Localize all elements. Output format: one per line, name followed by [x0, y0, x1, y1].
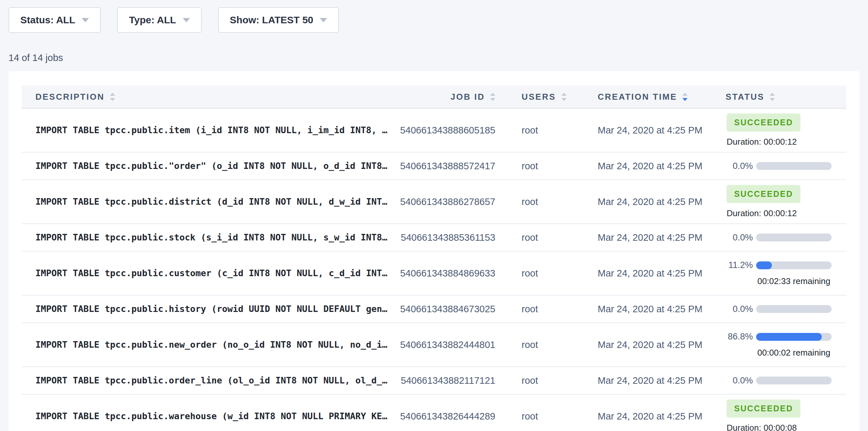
table-row[interactable]: IMPORT TABLE tpcc.public.new_order (no_o…: [22, 323, 846, 367]
job-description[interactable]: IMPORT TABLE tpcc.public.new_order (no_o…: [22, 323, 397, 367]
job-description[interactable]: IMPORT TABLE tpcc.public.stock (s_i_id I…: [22, 224, 397, 251]
table-row[interactable]: IMPORT TABLE tpcc.public.warehouse (w_id…: [22, 395, 846, 431]
progress-line: 11.2%: [717, 260, 832, 270]
job-id: 540661343826444289: [397, 411, 495, 422]
job-status-cell: SUCCEEDEDDuration: 00:00:12: [717, 185, 846, 218]
job-description[interactable]: IMPORT TABLE tpcc.public.warehouse (w_id…: [22, 394, 397, 431]
job-creation-time: Mar 24, 2020 at 4:25 PM: [592, 339, 717, 350]
jobs-table: DESCRIPTION JOB ID USERS CREATION TIME S…: [22, 86, 846, 431]
chevron-down-icon: [183, 18, 190, 22]
progress-percent: 11.2%: [717, 260, 753, 270]
job-creation-time: Mar 24, 2020 at 4:25 PM: [592, 196, 717, 207]
jobs-count-summary: 14 of 14 jobs: [0, 33, 868, 63]
job-user: root: [495, 375, 592, 386]
job-id: 540661343885361153: [397, 232, 495, 243]
status-box: SUCCEEDEDDuration: 00:00:12: [717, 185, 800, 218]
table-header-row: DESCRIPTION JOB ID USERS CREATION TIME S…: [22, 86, 846, 109]
status-box: SUCCEEDEDDuration: 00:00:08: [717, 400, 800, 431]
job-description[interactable]: IMPORT TABLE tpcc.public.history (rowid …: [22, 295, 397, 323]
job-status-cell: 0.0%: [717, 233, 846, 243]
job-id: 540661343882117121: [397, 375, 495, 386]
job-description[interactable]: IMPORT TABLE tpcc.public.customer (c_id …: [22, 251, 397, 295]
progress-line: 0.0%: [717, 233, 832, 243]
status-box: 0.0%: [717, 376, 832, 386]
column-header-creation-time[interactable]: CREATION TIME: [592, 92, 717, 102]
table-row[interactable]: IMPORT TABLE tpcc.public."order" (o_id I…: [22, 153, 846, 180]
chevron-down-icon: [82, 18, 89, 22]
progress-bar: [756, 333, 832, 341]
status-filter-label: Status: ALL: [20, 14, 75, 26]
sort-arrows-icon: [682, 93, 688, 101]
job-user: root: [495, 196, 592, 207]
column-header-description[interactable]: DESCRIPTION: [22, 92, 397, 102]
job-creation-time: Mar 24, 2020 at 4:25 PM: [592, 304, 717, 314]
job-description[interactable]: IMPORT TABLE tpcc.public.district (d_id …: [22, 180, 397, 224]
sort-arrows-icon: [561, 93, 566, 101]
progress-bar-fill: [756, 333, 822, 341]
type-filter-label: Type: ALL: [129, 14, 176, 26]
job-user: root: [495, 161, 592, 172]
job-creation-time: Mar 24, 2020 at 4:25 PM: [592, 232, 717, 243]
progress-bar: [756, 261, 832, 269]
job-id: 540661343888605185: [397, 125, 495, 136]
status-badge: SUCCEEDED: [726, 400, 800, 418]
job-description[interactable]: IMPORT TABLE tpcc.public.order_line (ol_…: [22, 367, 397, 394]
status-box: 11.2%00:02:33 remaining: [717, 260, 832, 286]
table-row[interactable]: IMPORT TABLE tpcc.public.item (i_id INT8…: [22, 109, 846, 153]
progress-line: 0.0%: [717, 304, 832, 314]
job-description[interactable]: IMPORT TABLE tpcc.public."order" (o_id I…: [22, 152, 397, 180]
job-id: 540661343888572417: [397, 161, 495, 172]
status-box: 0.0%: [717, 161, 832, 171]
progress-percent: 0.0%: [717, 376, 753, 386]
job-user: root: [495, 125, 592, 136]
progress-bar: [756, 234, 832, 241]
job-status-cell: 0.0%: [717, 304, 846, 314]
column-header-job-id[interactable]: JOB ID: [397, 92, 495, 102]
job-status-cell: SUCCEEDEDDuration: 00:00:12: [717, 114, 846, 147]
table-row[interactable]: IMPORT TABLE tpcc.public.district (d_id …: [22, 180, 846, 224]
progress-percent: 86.8%: [717, 332, 753, 342]
progress-bar: [756, 305, 832, 313]
table-row[interactable]: IMPORT TABLE tpcc.public.history (rowid …: [22, 296, 846, 323]
status-box: 86.8%00:00:02 remaining: [717, 332, 832, 358]
table-row[interactable]: IMPORT TABLE tpcc.public.customer (c_id …: [22, 252, 846, 296]
job-duration: Duration: 00:00:08: [726, 423, 800, 431]
progress-bar: [756, 162, 832, 170]
jobs-table-card: DESCRIPTION JOB ID USERS CREATION TIME S…: [8, 71, 860, 431]
job-description[interactable]: IMPORT TABLE tpcc.public.item (i_id INT8…: [22, 108, 397, 152]
job-id: 540661343886278657: [397, 196, 495, 207]
table-row[interactable]: IMPORT TABLE tpcc.public.stock (s_i_id I…: [22, 224, 846, 252]
column-header-label: USERS: [522, 92, 556, 102]
column-header-label: CREATION TIME: [598, 92, 677, 102]
column-header-label: JOB ID: [451, 92, 485, 102]
sort-arrows-icon: [490, 93, 495, 101]
table-body: IMPORT TABLE tpcc.public.item (i_id INT8…: [22, 109, 846, 431]
progress-line: 86.8%: [717, 332, 832, 342]
job-creation-time: Mar 24, 2020 at 4:25 PM: [592, 161, 717, 172]
progress-bar: [756, 376, 832, 384]
column-header-label: DESCRIPTION: [35, 92, 105, 102]
chevron-down-icon: [320, 18, 327, 22]
type-filter-dropdown[interactable]: Type: ALL: [117, 7, 202, 33]
job-time-remaining: 00:02:33 remaining: [756, 276, 832, 286]
show-filter-dropdown[interactable]: Show: LATEST 50: [218, 7, 339, 33]
show-filter-label: Show: LATEST 50: [230, 14, 313, 26]
job-user: root: [495, 268, 592, 279]
status-filter-dropdown[interactable]: Status: ALL: [8, 7, 101, 33]
status-badge: SUCCEEDED: [726, 114, 800, 131]
job-status-cell: 11.2%00:02:33 remaining: [717, 260, 846, 286]
table-row[interactable]: IMPORT TABLE tpcc.public.order_line (ol_…: [22, 367, 846, 395]
column-header-users[interactable]: USERS: [495, 92, 592, 102]
status-box: SUCCEEDEDDuration: 00:00:12: [717, 114, 800, 147]
job-status-cell: 0.0%: [717, 161, 846, 171]
status-box: 0.0%: [717, 304, 832, 314]
job-time-remaining: 00:00:02 remaining: [756, 348, 832, 358]
sort-arrows-icon: [770, 93, 775, 101]
job-status-cell: 86.8%00:00:02 remaining: [717, 332, 846, 358]
job-user: root: [495, 339, 592, 350]
filter-bar: Status: ALL Type: ALL Show: LATEST 50: [0, 0, 868, 33]
column-header-status[interactable]: STATUS: [717, 92, 846, 102]
job-status-cell: 0.0%: [717, 376, 846, 386]
job-creation-time: Mar 24, 2020 at 4:25 PM: [592, 268, 717, 279]
status-box: 0.0%: [717, 233, 832, 243]
